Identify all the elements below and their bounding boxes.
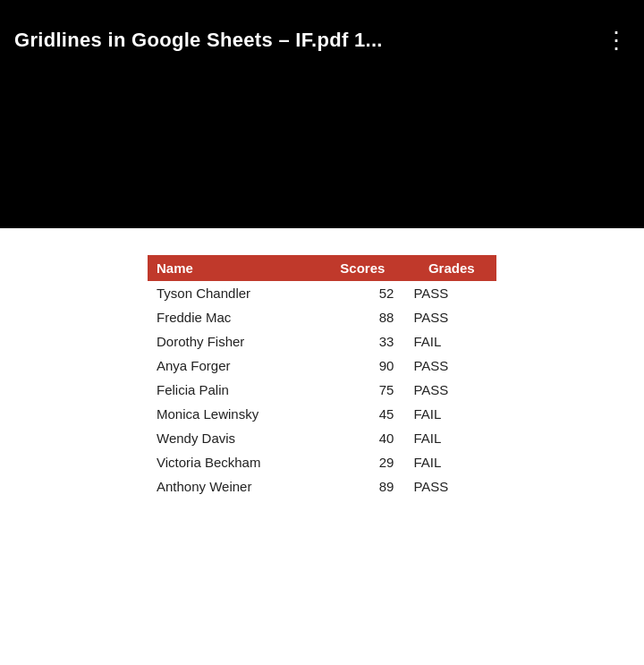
cell-name: Felicia Palin <box>148 378 318 402</box>
cell-grade: PASS <box>406 305 496 329</box>
table-header-row: Name Scores Grades <box>148 255 496 281</box>
col-header-name: Name <box>148 255 318 281</box>
table-row: Tyson Chandler52PASS <box>148 281 496 305</box>
table-row: Wendy Davis40FAIL <box>148 426 496 450</box>
cell-score: 88 <box>318 305 406 329</box>
top-bar: Gridlines in Google Sheets – IF.pdf 1...… <box>0 0 644 81</box>
document-title: Gridlines in Google Sheets – IF.pdf 1... <box>14 29 383 52</box>
table-row: Monica Lewinsky45FAIL <box>148 402 496 426</box>
content-area: Name Scores Grades Tyson Chandler52PASSF… <box>0 228 644 525</box>
cell-score: 29 <box>318 450 406 474</box>
table-row: Victoria Beckham29FAIL <box>148 450 496 474</box>
cell-grade: FAIL <box>406 402 496 426</box>
table-row: Anthony Weiner89PASS <box>148 474 496 499</box>
table-row: Dorothy Fisher33FAIL <box>148 329 496 354</box>
cell-score: 45 <box>318 402 406 426</box>
cell-score: 89 <box>318 474 406 499</box>
cell-grade: PASS <box>406 378 496 402</box>
col-header-grades: Grades <box>406 255 496 281</box>
table-row: Freddie Mac88PASS <box>148 305 496 329</box>
col-header-scores: Scores <box>318 255 406 281</box>
cell-name: Victoria Beckham <box>148 450 318 474</box>
cell-name: Dorothy Fisher <box>148 329 318 354</box>
cell-grade: FAIL <box>406 450 496 474</box>
cell-name: Wendy Davis <box>148 426 318 450</box>
grades-table: Name Scores Grades Tyson Chandler52PASSF… <box>148 255 496 499</box>
cell-name: Anya Forger <box>148 354 318 378</box>
cell-grade: FAIL <box>406 426 496 450</box>
menu-icon[interactable]: ⋮ <box>605 29 630 52</box>
cell-score: 33 <box>318 329 406 354</box>
cell-grade: FAIL <box>406 329 496 354</box>
cell-name: Anthony Weiner <box>148 474 318 499</box>
cell-grade: PASS <box>406 354 496 378</box>
table-row: Anya Forger90PASS <box>148 354 496 378</box>
cell-name: Monica Lewinsky <box>148 402 318 426</box>
cell-name: Freddie Mac <box>148 305 318 329</box>
black-band <box>0 81 644 228</box>
cell-score: 40 <box>318 426 406 450</box>
cell-score: 90 <box>318 354 406 378</box>
table-row: Felicia Palin75PASS <box>148 378 496 402</box>
cell-name: Tyson Chandler <box>148 281 318 305</box>
cell-score: 75 <box>318 378 406 402</box>
cell-grade: PASS <box>406 474 496 499</box>
cell-grade: PASS <box>406 281 496 305</box>
cell-score: 52 <box>318 281 406 305</box>
